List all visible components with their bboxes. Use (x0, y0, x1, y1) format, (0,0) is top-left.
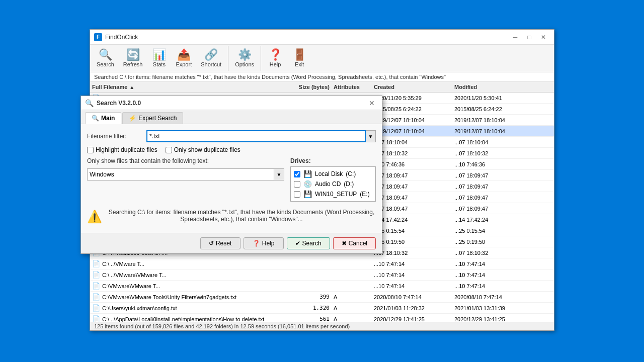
drive-checkbox-0[interactable] (294, 171, 300, 177)
file-created: ...07 18:10:32 (372, 149, 452, 157)
search-toolbar-icon: 🔍 (99, 49, 112, 60)
file-modified: ...07 18:10:04 (452, 138, 533, 146)
export-toolbar-button[interactable]: 📤 Export (171, 47, 196, 70)
table-row[interactable]: 📄 C:\...\VMware T... ...10 7:47:14 ...10… (90, 258, 554, 269)
column-size[interactable]: Size (bytes) (281, 83, 332, 91)
column-created[interactable]: Created (372, 83, 452, 91)
column-attributes[interactable]: Attributes (332, 83, 372, 91)
table-row[interactable]: 📄 C:\VMware\VMware T... ...10 7:47:14 ..… (90, 281, 554, 292)
file-created: 2015/08/25 6:24:22 (372, 105, 452, 113)
info-bar: Searched C:\ for items: filename matches… (90, 72, 554, 82)
column-modified[interactable]: Modified (452, 83, 533, 91)
drive-checkbox-2[interactable] (294, 191, 300, 198)
help-toolbar-button[interactable]: ❓ Help (263, 47, 287, 70)
file-name: C:\...\AppData\Local\0install.net\implem… (102, 316, 264, 322)
close-button[interactable]: ✕ (537, 32, 550, 42)
file-created: ...10 7:47:14 (372, 260, 452, 268)
file-modified: ...07 18:10:32 (452, 149, 533, 157)
file-attr: A (332, 304, 372, 312)
search-toolbar-button[interactable]: 🔍 Search (92, 47, 119, 70)
file-modified: 2020/08/10 7:47:14 (452, 293, 533, 301)
file-modified: 2021/01/03 13:31:39 (452, 304, 533, 312)
file-created: ...14 17:42:24 (372, 216, 452, 224)
drives-panel-wrapper: Drives: 💾 Local Disk (C:) 💿 Audio CD (D:… (290, 157, 376, 202)
exit-toolbar-label: Exit (295, 61, 304, 67)
content-filter-input[interactable] (87, 168, 274, 180)
content-filter-dropdown[interactable]: ▼ (274, 168, 284, 180)
drive-checkbox-1[interactable] (294, 181, 300, 188)
file-modified: 2019/12/07 18:10:04 (452, 127, 533, 135)
refresh-toolbar-button[interactable]: 🔄 Refresh (119, 47, 147, 70)
drive-icon-1: 💿 (303, 180, 312, 188)
file-created: 2019/12/07 18:10:04 (372, 127, 452, 135)
help-button[interactable]: ❓ Help (244, 237, 284, 249)
file-modified: ...07 18:09:47 (452, 205, 533, 213)
exit-toolbar-icon: 🚪 (293, 49, 306, 60)
drives-label: Drives: (290, 157, 376, 164)
dialog-close-button[interactable]: ✕ (366, 98, 378, 108)
file-attr (332, 274, 372, 276)
sort-arrow-filename: ▲ (129, 84, 134, 90)
export-toolbar-icon: 📤 (177, 49, 191, 60)
file-created: ...07 18:09:47 (372, 171, 452, 179)
file-created: ...10 7:47:14 (372, 271, 452, 279)
exit-toolbar-button[interactable]: 🚪 Exit (287, 47, 311, 70)
file-created: ...10 7:46:36 (372, 160, 452, 168)
shortcut-toolbar-label: Shortcut (201, 61, 221, 67)
help-toolbar-icon: ❓ (269, 49, 282, 60)
dialog-body: Filename filter: ▼ Highlight duplicate f… (81, 124, 382, 233)
drive-item[interactable]: 💿 Audio CD (D:) (294, 180, 372, 188)
stats-toolbar-icon: 📊 (152, 49, 166, 60)
file-attr (332, 285, 372, 287)
expert-tab-label: Expert Search (138, 115, 177, 122)
search-button[interactable]: ✔ Search (287, 237, 330, 249)
options-toolbar-button[interactable]: ⚙️ Options (230, 47, 259, 70)
file-size: 399 (281, 293, 332, 301)
drive-item[interactable]: 💾 Local Disk (C:) (294, 170, 372, 178)
drive-icon-0: 💾 (303, 170, 312, 178)
drive-label-2: WIN10_SETUP (315, 191, 357, 198)
cancel-button[interactable]: ✖ Cancel (333, 237, 376, 249)
dialog-left: Only show files that contain the followi… (87, 157, 284, 202)
tab-main[interactable]: 🔍 Main (85, 112, 121, 124)
shortcut-toolbar-button[interactable]: 🔗 Shortcut (196, 47, 226, 70)
cancel-icon: ✖ (342, 240, 347, 247)
minimize-button[interactable]: ─ (509, 32, 522, 42)
main-tab-label: Main (101, 115, 115, 122)
file-created: 2021/01/03 11:28:32 (372, 304, 452, 312)
column-filename[interactable]: Full Filename ▲ (90, 83, 281, 91)
filename-filter-dropdown[interactable]: ▼ (366, 130, 376, 142)
export-toolbar-label: Export (176, 61, 192, 67)
drive-item[interactable]: 💾 WIN10_SETUP (E:) (294, 190, 372, 198)
file-created: 2019/12/07 18:10:04 (372, 116, 452, 124)
toolbar-separator-2 (261, 46, 261, 71)
file-icon: 📄 (92, 271, 100, 279)
file-created: ...07 18:10:32 (372, 249, 452, 257)
maximize-button[interactable]: □ (523, 32, 536, 42)
file-created: ...07 18:10:04 (372, 138, 452, 146)
file-modified: ...07 18:09:47 (452, 194, 533, 202)
only-show-duplicates-checkbox[interactable] (166, 147, 172, 153)
reset-button[interactable]: ↺ Reset (200, 237, 240, 249)
file-modified: ...07 18:09:47 (452, 171, 533, 179)
file-name: C:\VMware\VMware T... (102, 283, 160, 289)
highlight-duplicates-checkbox[interactable] (87, 147, 94, 153)
shortcut-toolbar-icon: 🔗 (204, 49, 218, 60)
table-row[interactable]: 📄 C:\...\AppData\Local\0install.net\impl… (90, 314, 554, 322)
table-row[interactable]: 📄 C:\VMware\VMware Tools\Unity Filters\w… (90, 292, 554, 303)
file-name: C:\Users\yuki.xdman\config.txt (102, 305, 177, 311)
filename-filter-input[interactable] (146, 130, 366, 142)
reset-icon: ↺ (209, 240, 214, 247)
file-icon: 📄 (92, 282, 100, 290)
search-dialog: 🔍 Search V3.2.0.0 ✕ 🔍 Main ⚡ Expert Sear… (80, 96, 382, 254)
table-row[interactable]: 📄 C:\...\VMware\VMware T... ...10 7:47:1… (90, 269, 554, 281)
tab-expert[interactable]: ⚡ Expert Search (122, 112, 183, 124)
stats-toolbar-button[interactable]: 📊 Stats (147, 47, 171, 70)
file-created: ...25 0:19:50 (372, 238, 452, 246)
search-label: Search (302, 240, 321, 247)
highlight-duplicates-label: Highlight duplicate files (96, 146, 157, 153)
search-toolbar-label: Search (97, 61, 114, 67)
table-row[interactable]: 📄 C:\Users\yuki.xdman\config.txt 1,320 A… (90, 303, 554, 314)
help-toolbar-label: Help (270, 61, 281, 67)
filename-filter-input-wrapper: ▼ (146, 130, 376, 142)
